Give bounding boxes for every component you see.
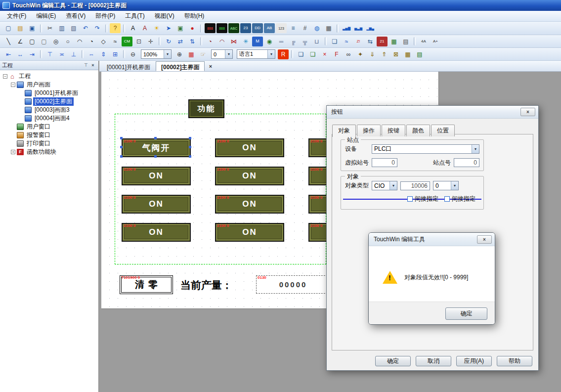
digital-display-icon[interactable]: 888: [205, 23, 216, 33]
counter-icon[interactable]: 123: [276, 23, 287, 33]
hand-tool-icon[interactable]: ☞: [198, 49, 209, 59]
menu-edit[interactable]: 编辑(E): [31, 10, 61, 22]
help-button[interactable]: 帮助: [497, 356, 532, 366]
chevron-down-icon[interactable]: [451, 181, 458, 190]
redo-icon[interactable]: ↷: [92, 23, 103, 33]
object-type-select[interactable]: CIO: [372, 181, 397, 190]
menu-view[interactable]: 查看(V): [61, 10, 90, 22]
week-display-icon[interactable]: AB: [264, 23, 275, 33]
line-icon[interactable]: ╲: [3, 37, 14, 46]
text-icon[interactable]: A: [128, 23, 138, 33]
delete-icon[interactable]: ×: [319, 49, 330, 59]
close-icon[interactable]: [89, 62, 96, 69]
state-spinner[interactable]: 0: [211, 49, 233, 59]
message-box-titlebar[interactable]: TouchWin 编辑工具: [369, 233, 495, 246]
tree-item-screen-00004[interactable]: [00004]画面4: [0, 114, 98, 123]
zoom-font-icon[interactable]: 4A: [418, 37, 429, 46]
arc-icon[interactable]: ◠: [74, 37, 85, 46]
ok-button[interactable]: 确定: [445, 307, 487, 320]
screen-button[interactable]: 2100 0 ON: [215, 167, 284, 185]
tree-item-user-window[interactable]: 用户窗口: [0, 123, 98, 131]
report-icon[interactable]: ▤: [400, 37, 411, 46]
plc-port-icon[interactable]: ▦: [323, 23, 334, 33]
bar-chart-icon[interactable]: ▃▅▇: [341, 23, 352, 33]
object-value-input[interactable]: 10006: [400, 181, 430, 190]
same-height-icon[interactable]: ⇕: [98, 49, 109, 59]
menu-tools[interactable]: 工具(T): [120, 10, 149, 22]
wizard-icon[interactable]: ✦: [355, 49, 366, 59]
new-file-icon[interactable]: ▢: [3, 23, 14, 33]
zoom-in-icon[interactable]: ⊕: [174, 49, 185, 59]
polyline-icon[interactable]: ∠: [15, 37, 26, 46]
ellipse-icon[interactable]: ◎: [50, 37, 61, 46]
screen-button[interactable]: 2100 0 ON: [215, 223, 284, 242]
chevron-down-icon[interactable]: [267, 50, 275, 58]
pin-icon[interactable]: [83, 62, 89, 69]
tree-item-function-blocks[interactable]: F 函数功能块: [0, 148, 98, 156]
tab-operate[interactable]: 操作: [357, 125, 381, 136]
scroll-text-icon[interactable]: ≡: [288, 23, 299, 33]
screen-copy-icon[interactable]: ❏: [296, 49, 306, 59]
cut-icon[interactable]: ✂: [44, 23, 55, 33]
cancel-button[interactable]: 取消: [416, 356, 451, 366]
ok-button[interactable]: 确定: [375, 356, 411, 366]
language-select[interactable]: 语言1: [237, 49, 275, 59]
flip-h-icon[interactable]: ⇄: [175, 37, 186, 46]
tree-item-screen-00002[interactable]: [00002]主界面: [0, 97, 98, 106]
open-folder-icon[interactable]: ▤: [15, 23, 26, 33]
rotate-icon[interactable]: ↻: [163, 37, 174, 46]
indirect-checkbox-2[interactable]: 间接指定: [444, 195, 475, 203]
keypad-icon[interactable]: #: [300, 23, 310, 33]
secure-download-icon[interactable]: ▦: [402, 49, 413, 59]
save-icon[interactable]: ▣: [27, 23, 38, 33]
download-icon[interactable]: ⇓: [367, 49, 378, 59]
select-tool-icon[interactable]: ⊡: [133, 37, 144, 46]
menu-file[interactable]: 文件(F): [2, 10, 31, 22]
tree-item-project-root[interactable]: 工程: [0, 72, 98, 81]
color-palette-icon[interactable]: ▦: [186, 49, 197, 59]
screen-paste-icon[interactable]: ❏: [307, 49, 318, 59]
same-size-icon[interactable]: ⊞: [110, 49, 121, 59]
pump-icon[interactable]: ◉: [264, 37, 275, 46]
clock-display-icon[interactable]: 23: [240, 23, 251, 33]
touch-key-icon[interactable]: ➤: [163, 23, 174, 33]
align-bottom-icon[interactable]: ⊥: [68, 49, 79, 59]
tab-color[interactable]: 颜色: [406, 125, 430, 136]
font-icon[interactable]: A: [139, 23, 150, 33]
pipe-corner-icon[interactable]: ╔: [288, 37, 299, 46]
freeline-icon[interactable]: ≈: [110, 37, 121, 46]
same-width-icon[interactable]: ⇔: [86, 49, 97, 59]
flip-v-icon[interactable]: ⇅: [187, 37, 198, 46]
upload-icon[interactable]: ⇑: [379, 49, 389, 59]
screen-button[interactable]: 2100 0 ON: [122, 195, 191, 214]
button-part-icon[interactable]: ▣: [175, 23, 186, 33]
screen-button[interactable]: 2100 0 ON: [122, 167, 191, 185]
date-display-icon[interactable]: DD: [252, 23, 263, 33]
tab-object[interactable]: 对象: [332, 125, 356, 137]
tank-icon[interactable]: ⊔: [311, 37, 322, 46]
screen-button[interactable]: 2100 0 ON: [215, 138, 284, 157]
help-icon[interactable]: ?: [110, 23, 121, 33]
align-center-h-icon[interactable]: ↔: [15, 49, 26, 59]
chevron-down-icon[interactable]: [225, 50, 232, 58]
production-counter-display[interactable]: 0130 00000: [256, 275, 330, 294]
globe-icon[interactable]: ◍: [311, 23, 322, 33]
apply-button[interactable]: 应用(A): [456, 356, 492, 366]
close-tab-icon[interactable]: [207, 62, 214, 70]
text-display-icon[interactable]: ABC: [228, 23, 239, 33]
lock-icon[interactable]: ⊠: [390, 49, 401, 59]
tab-position[interactable]: 位置: [431, 125, 455, 136]
device-select[interactable]: PLC口: [372, 144, 479, 154]
checkbox-icon[interactable]: [407, 196, 413, 202]
tree-item-alarm-window[interactable]: 报警窗口: [0, 131, 98, 139]
virtual-station-input[interactable]: 0: [372, 158, 397, 167]
undo-icon[interactable]: ↶: [80, 23, 91, 33]
pipe-h-icon[interactable]: ═: [276, 37, 287, 46]
lamp-icon[interactable]: ☀: [151, 23, 162, 33]
menu-window[interactable]: 视图(V): [150, 10, 179, 22]
menu-help[interactable]: 帮助(H): [179, 10, 210, 22]
close-icon[interactable]: [520, 108, 535, 116]
collapse-icon[interactable]: [3, 74, 7, 79]
xy-chart-icon[interactable]: ▂▆▄: [365, 23, 376, 33]
station-number-input[interactable]: 0: [454, 158, 479, 167]
